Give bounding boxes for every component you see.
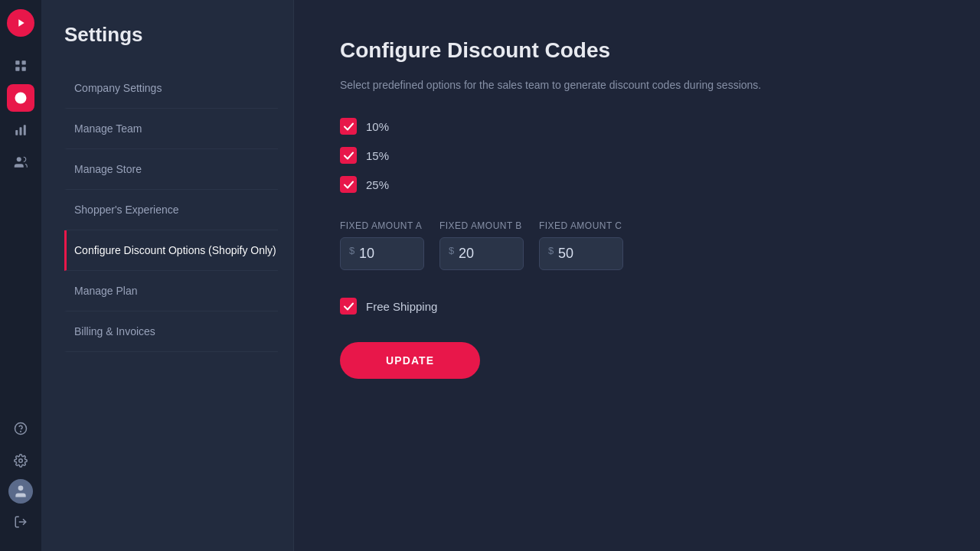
sidebar-nav: Company Settings Manage Team Manage Stor… bbox=[64, 68, 278, 352]
sidebar-item-configure-discount-options[interactable]: Configure Discount Options (Shopify Only… bbox=[64, 230, 278, 271]
fixed-amount-a-wrapper: $ bbox=[340, 237, 424, 270]
percentage-checkboxes: 10% 15% 25% bbox=[340, 118, 934, 193]
update-button[interactable]: UPDATE bbox=[340, 342, 480, 379]
sidebar-item-manage-team[interactable]: Manage Team bbox=[64, 109, 278, 149]
svg-rect-3 bbox=[22, 67, 26, 71]
sidebar-item-billing-invoices[interactable]: Billing & Invoices bbox=[64, 311, 278, 352]
fixed-amount-c-input[interactable] bbox=[539, 237, 623, 270]
fixed-amounts-row: Fixed Amount A $ Fixed Amount B $ Fixed … bbox=[340, 220, 934, 270]
sidebar-item-company-settings[interactable]: Company Settings bbox=[64, 68, 278, 109]
nav-settings[interactable] bbox=[7, 447, 34, 474]
fixed-amount-a-field: Fixed Amount A $ bbox=[340, 220, 424, 270]
sidebar: Settings Company Settings Manage Team Ma… bbox=[41, 0, 294, 551]
svg-rect-7 bbox=[24, 125, 26, 135]
fixed-amount-a-label: Fixed Amount A bbox=[340, 220, 424, 231]
checkbox-15pct[interactable]: 15% bbox=[340, 147, 934, 164]
checkbox-10pct-box[interactable] bbox=[340, 118, 357, 135]
svg-rect-5 bbox=[15, 130, 18, 135]
nav-team[interactable] bbox=[7, 148, 34, 176]
free-shipping-row[interactable]: Free Shipping bbox=[340, 298, 934, 315]
svg-rect-2 bbox=[15, 67, 19, 71]
checkbox-25pct-label: 25% bbox=[366, 178, 389, 191]
nav-dashboard[interactable] bbox=[7, 52, 34, 80]
free-shipping-checkbox[interactable] bbox=[340, 298, 357, 315]
checkbox-25pct[interactable]: 25% bbox=[340, 176, 934, 193]
app-logo[interactable] bbox=[7, 9, 34, 37]
fixed-amount-c-field: Fixed Amount C $ bbox=[539, 220, 623, 270]
main-content: Configure Discount Codes Select predefin… bbox=[294, 0, 980, 551]
icon-bar bbox=[0, 0, 41, 551]
fixed-amount-b-wrapper: $ bbox=[439, 237, 524, 270]
page-description: Select predefined options for the sales … bbox=[340, 77, 799, 93]
svg-point-11 bbox=[19, 459, 23, 463]
checkbox-25pct-box[interactable] bbox=[340, 176, 357, 193]
nav-analytics[interactable] bbox=[7, 116, 34, 144]
fixed-amount-b-label: Fixed Amount B bbox=[439, 220, 524, 231]
free-shipping-label: Free Shipping bbox=[366, 300, 437, 313]
checkbox-15pct-box[interactable] bbox=[340, 147, 357, 164]
svg-point-8 bbox=[17, 157, 21, 161]
nav-sessions[interactable] bbox=[7, 84, 34, 112]
fixed-amount-c-wrapper: $ bbox=[539, 237, 623, 270]
fixed-amount-b-input[interactable] bbox=[439, 237, 524, 270]
nav-logout[interactable] bbox=[7, 508, 34, 536]
svg-rect-6 bbox=[20, 127, 22, 135]
nav-help[interactable] bbox=[7, 415, 34, 442]
svg-rect-0 bbox=[15, 60, 19, 64]
fixed-amount-a-input[interactable] bbox=[340, 237, 424, 270]
svg-point-12 bbox=[18, 486, 24, 491]
fixed-amount-c-label: Fixed Amount C bbox=[539, 220, 623, 231]
page-title: Configure Discount Codes bbox=[340, 38, 934, 63]
fixed-amount-b-field: Fixed Amount B $ bbox=[439, 220, 524, 270]
fixed-amounts-section: Fixed Amount A $ Fixed Amount B $ Fixed … bbox=[340, 220, 934, 270]
sidebar-item-shoppers-experience[interactable]: Shopper's Experience bbox=[64, 190, 278, 230]
sidebar-item-manage-store[interactable]: Manage Store bbox=[64, 149, 278, 190]
svg-rect-1 bbox=[22, 60, 26, 64]
checkbox-15pct-label: 15% bbox=[366, 149, 389, 162]
sidebar-title: Settings bbox=[64, 23, 278, 47]
sidebar-item-manage-plan[interactable]: Manage Plan bbox=[64, 271, 278, 311]
svg-point-10 bbox=[21, 431, 21, 432]
checkbox-10pct[interactable]: 10% bbox=[340, 118, 934, 135]
checkbox-10pct-label: 10% bbox=[366, 120, 389, 133]
user-avatar[interactable] bbox=[8, 479, 33, 504]
